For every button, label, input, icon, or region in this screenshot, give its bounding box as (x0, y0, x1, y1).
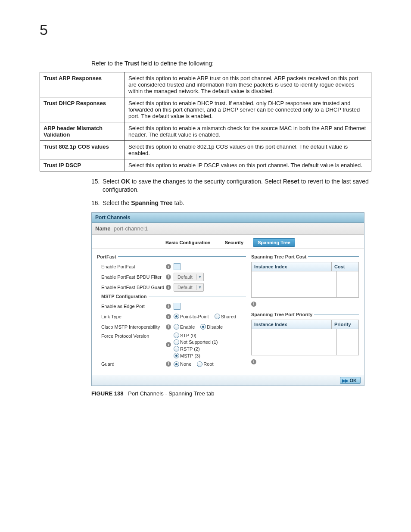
tab-spanning-tree[interactable]: Spanning Tree (253, 238, 295, 247)
column-header: Priority (332, 320, 358, 329)
ok-button[interactable]: ▶▶ OK (340, 377, 361, 384)
step-15: 15. Select OK to save the changes to the… (91, 177, 371, 194)
guard-root-radio[interactable] (197, 361, 202, 367)
link-type-ptp-radio[interactable] (174, 314, 179, 319)
radio-label: RSTP (2) (180, 346, 200, 352)
info-icon[interactable]: i (166, 324, 171, 330)
radio-label: Not Supported (1) (180, 339, 218, 345)
field-label: Enable as Edge Port (101, 304, 166, 309)
port-channels-panel: Port Channels Name port-channel1 Basic C… (91, 212, 364, 386)
info-icon[interactable]: i (166, 361, 171, 367)
info-icon[interactable]: i (166, 314, 171, 319)
dropdown-value: Default (174, 285, 196, 290)
tab-security[interactable]: Security (220, 238, 248, 247)
info-icon[interactable]: i (166, 274, 171, 280)
info-icon[interactable]: i (251, 359, 256, 364)
bpdu-guard-dropdown[interactable]: Default ▼ (174, 283, 204, 292)
field-label: Force Protocol Version (101, 333, 166, 339)
link-type-shared-radio[interactable] (215, 314, 220, 319)
intro-bold: Trust (125, 60, 139, 67)
info-icon[interactable]: i (166, 285, 171, 290)
section-label: PortFast (97, 254, 116, 259)
bpdu-filter-row: Enable PortFast BPDU Filter i Default ▼ (101, 272, 246, 282)
port-cost-table[interactable]: Instance Index Cost (251, 262, 359, 298)
portfast-heading: PortFast (97, 254, 246, 259)
trust-label: Trust ARP Responses (40, 72, 125, 97)
trust-desc: Select this option to enable 802.1p COS … (125, 141, 371, 159)
dropdown-value: Default (174, 274, 196, 280)
enable-portfast-row: Enable PortFast i (101, 262, 246, 271)
edge-port-row: Enable as Edge Port i (101, 302, 246, 311)
step-bold: OK (121, 178, 130, 185)
panel-name-row: Name port-channel1 (92, 223, 364, 235)
link-type-row: Link Type i Point-to-Point Shared (101, 312, 246, 321)
field-label: Cisco MSTP Interoperability (101, 324, 166, 330)
step-text: tab. (173, 199, 184, 206)
guard-row: Guard i None Root (101, 359, 246, 369)
step-bold: eset (287, 178, 299, 185)
info-icon[interactable]: i (251, 302, 256, 307)
info-icon[interactable]: i (166, 342, 171, 347)
section-label: Spanning Tree Port Cost (251, 254, 306, 259)
ok-label: OK (350, 378, 357, 383)
forward-icon: ▶▶ (342, 378, 348, 383)
intro-line: Refer to the Trust field to define the f… (91, 60, 371, 67)
cisco-interop-row: Cisco MSTP Interoperability i Enable Dis… (101, 322, 246, 332)
cisco-disable-radio[interactable] (200, 324, 206, 330)
radio-label: Point-to-Point (180, 314, 209, 319)
enable-portfast-checkbox[interactable] (174, 263, 181, 270)
step-text: Select (103, 178, 121, 185)
figure-text: Port Channels - Spanning Tree tab (128, 390, 214, 397)
table-row: Trust IP DSCP Select this option to enab… (40, 159, 371, 171)
radio-label: STP (0) (180, 333, 196, 338)
field-label: Link Type (101, 314, 166, 319)
field-label: Enable PortFast (101, 264, 166, 269)
force-stp-radio[interactable] (174, 333, 179, 338)
step-number: 15. (91, 177, 103, 194)
trust-label: Trust IP DSCP (40, 159, 125, 171)
trust-label: Trust DHCP Responses (40, 97, 125, 122)
name-value: port-channel1 (112, 225, 148, 232)
trust-label: Trust 802.1p COS values (40, 141, 125, 159)
column-header: Cost (332, 262, 358, 271)
chevron-down-icon: ▼ (196, 275, 203, 279)
intro-post: field to define the following: (139, 60, 214, 67)
force-version-row: Force Protocol Version i STP (0) Not Sup… (101, 333, 246, 358)
table-row: Trust ARP Responses Select this option t… (40, 72, 371, 97)
trust-label: ARP header Mismatch Validation (40, 122, 125, 141)
step-text: to save the changes to the security conf… (130, 178, 287, 185)
cisco-enable-radio[interactable] (174, 324, 179, 330)
field-label: Enable PortFast BPDU Guard (101, 285, 166, 290)
port-priority-heading: Spanning Tree Port Priority (251, 312, 359, 317)
field-label: Enable PortFast BPDU Filter (101, 274, 166, 280)
radio-label: None (180, 361, 191, 367)
tab-basic-configuration[interactable]: Basic Configuration (161, 238, 215, 247)
bpdu-filter-dropdown[interactable]: Default ▼ (174, 273, 204, 281)
radio-label: MSTP (3) (180, 353, 200, 358)
guard-none-radio[interactable] (174, 361, 179, 367)
force-rstp-radio[interactable] (174, 346, 179, 352)
force-mstp-radio[interactable] (174, 353, 179, 358)
port-priority-table[interactable]: Instance Index Priority (251, 320, 359, 355)
info-icon[interactable]: i (166, 264, 171, 269)
trust-desc: Select this option to enable ARP trust o… (125, 72, 371, 97)
step-16: 16. Select the Spanning Tree tab. (91, 199, 371, 207)
mstp-heading: MSTP Configuration (101, 294, 246, 299)
chevron-down-icon: ▼ (196, 285, 203, 289)
chapter-number: 5 (40, 22, 371, 38)
edge-port-checkbox[interactable] (174, 303, 181, 310)
radio-label: Disable (207, 324, 223, 330)
step-number: 16. (91, 199, 103, 207)
radio-label: Shared (221, 314, 236, 319)
figure-number: FIGURE 138 (91, 390, 123, 397)
trust-desc: Select this option to enable IP DSCP val… (125, 159, 371, 171)
step-list: 15. Select OK to save the changes to the… (91, 177, 371, 207)
name-label: Name (95, 225, 110, 232)
info-icon[interactable]: i (166, 304, 171, 309)
panel-title: Port Channels (92, 213, 364, 223)
section-label: MSTP Configuration (101, 294, 147, 299)
table-row: ARP header Mismatch Validation Select th… (40, 122, 371, 141)
figure-caption: FIGURE 138 Port Channels - Spanning Tree… (91, 390, 371, 397)
force-ns-radio[interactable] (174, 339, 179, 345)
tab-row: Basic Configuration Security Spanning Tr… (92, 235, 364, 249)
